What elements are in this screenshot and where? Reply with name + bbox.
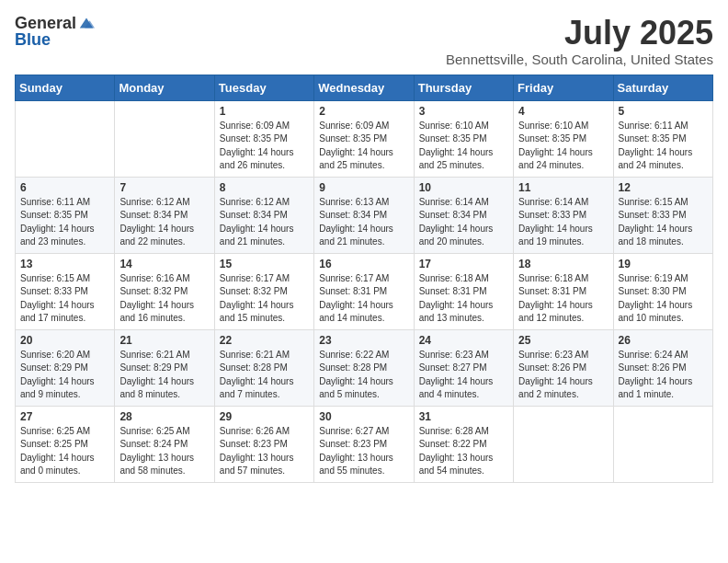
calendar-header-row: SundayMondayTuesdayWednesdayThursdayFrid…	[16, 75, 713, 100]
calendar-day: 29Sunrise: 6:26 AM Sunset: 8:23 PM Dayli…	[214, 406, 313, 482]
day-number: 15	[220, 258, 309, 270]
day-info: Sunrise: 6:09 AM Sunset: 8:35 PM Dayligh…	[319, 120, 408, 173]
calendar-day: 27Sunrise: 6:25 AM Sunset: 8:25 PM Dayli…	[16, 406, 115, 482]
calendar-day: 12Sunrise: 6:15 AM Sunset: 8:33 PM Dayli…	[613, 177, 712, 253]
day-number: 22	[220, 334, 309, 347]
day-number: 31	[419, 410, 508, 423]
calendar-day: 25Sunrise: 6:23 AM Sunset: 8:26 PM Dayli…	[514, 329, 613, 406]
day-number: 20	[20, 334, 109, 347]
day-info: Sunrise: 6:23 AM Sunset: 8:26 PM Dayligh…	[518, 349, 608, 402]
day-info: Sunrise: 6:23 AM Sunset: 8:27 PM Dayligh…	[419, 349, 508, 402]
day-number: 8	[220, 181, 309, 194]
day-info: Sunrise: 6:19 AM Sunset: 8:30 PM Dayligh…	[619, 272, 708, 326]
day-info: Sunrise: 6:22 AM Sunset: 8:28 PM Dayligh…	[319, 349, 408, 402]
day-info: Sunrise: 6:21 AM Sunset: 8:28 PM Dayligh…	[220, 349, 309, 402]
calendar-day: 3Sunrise: 6:10 AM Sunset: 8:35 PM Daylig…	[414, 100, 513, 177]
day-info: Sunrise: 6:27 AM Sunset: 8:23 PM Dayligh…	[319, 425, 408, 478]
title-block: July 2025 Bennettsville, South Carolina,…	[446, 15, 713, 67]
logo-general-text: General	[15, 15, 76, 31]
day-info: Sunrise: 6:09 AM Sunset: 8:35 PM Dayligh…	[220, 120, 309, 173]
day-number: 24	[419, 334, 508, 347]
day-number: 19	[619, 258, 708, 270]
day-info: Sunrise: 6:14 AM Sunset: 8:34 PM Dayligh…	[419, 196, 508, 249]
day-info: Sunrise: 6:18 AM Sunset: 8:31 PM Dayligh…	[419, 272, 508, 326]
day-number: 25	[518, 334, 608, 347]
location-text: Bennettsville, South Carolina, United St…	[446, 52, 713, 67]
calendar-day: 23Sunrise: 6:22 AM Sunset: 8:28 PM Dayli…	[314, 329, 414, 406]
calendar-day: 20Sunrise: 6:20 AM Sunset: 8:29 PM Dayli…	[16, 329, 115, 406]
calendar-week-1: 1Sunrise: 6:09 AM Sunset: 8:35 PM Daylig…	[16, 100, 713, 177]
month-title: July 2025	[446, 15, 713, 52]
day-info: Sunrise: 6:10 AM Sunset: 8:35 PM Dayligh…	[419, 120, 508, 173]
day-info: Sunrise: 6:25 AM Sunset: 8:24 PM Dayligh…	[119, 425, 209, 478]
day-info: Sunrise: 6:13 AM Sunset: 8:34 PM Dayligh…	[319, 196, 408, 249]
calendar-day: 28Sunrise: 6:25 AM Sunset: 8:24 PM Dayli…	[115, 406, 214, 482]
day-info: Sunrise: 6:20 AM Sunset: 8:29 PM Dayligh…	[20, 349, 109, 402]
day-info: Sunrise: 6:25 AM Sunset: 8:25 PM Dayligh…	[20, 425, 109, 478]
calendar-day: 8Sunrise: 6:12 AM Sunset: 8:34 PM Daylig…	[214, 177, 313, 253]
calendar-day: 4Sunrise: 6:10 AM Sunset: 8:35 PM Daylig…	[514, 100, 613, 177]
day-info: Sunrise: 6:12 AM Sunset: 8:34 PM Dayligh…	[220, 196, 309, 249]
calendar-day: 24Sunrise: 6:23 AM Sunset: 8:27 PM Dayli…	[414, 329, 513, 406]
weekday-header-friday: Friday	[514, 75, 613, 100]
day-number: 18	[518, 258, 608, 270]
weekday-header-wednesday: Wednesday	[314, 75, 414, 100]
day-number: 29	[220, 410, 309, 423]
day-info: Sunrise: 6:15 AM Sunset: 8:33 PM Dayligh…	[20, 272, 109, 326]
calendar-day: 11Sunrise: 6:14 AM Sunset: 8:33 PM Dayli…	[514, 177, 613, 253]
logo-blue-text: Blue	[15, 31, 95, 48]
calendar-day: 1Sunrise: 6:09 AM Sunset: 8:35 PM Daylig…	[214, 100, 313, 177]
calendar-day: 5Sunrise: 6:11 AM Sunset: 8:35 PM Daylig…	[613, 100, 712, 177]
day-info: Sunrise: 6:14 AM Sunset: 8:33 PM Dayligh…	[518, 196, 608, 249]
calendar-week-3: 13Sunrise: 6:15 AM Sunset: 8:33 PM Dayli…	[16, 253, 713, 329]
day-number: 5	[619, 105, 708, 118]
calendar-table: SundayMondayTuesdayWednesdayThursdayFrid…	[15, 75, 713, 483]
calendar-week-2: 6Sunrise: 6:11 AM Sunset: 8:35 PM Daylig…	[16, 177, 713, 253]
day-number: 2	[319, 105, 408, 118]
day-number: 3	[419, 105, 508, 118]
logo-icon	[78, 16, 95, 30]
day-number: 7	[119, 181, 209, 194]
page-header: General Blue July 2025 Bennettsville, So…	[15, 15, 713, 67]
calendar-day	[16, 100, 115, 177]
weekday-header-thursday: Thursday	[414, 75, 513, 100]
day-info: Sunrise: 6:28 AM Sunset: 8:22 PM Dayligh…	[419, 425, 508, 478]
day-info: Sunrise: 6:11 AM Sunset: 8:35 PM Dayligh…	[20, 196, 109, 249]
calendar-day: 9Sunrise: 6:13 AM Sunset: 8:34 PM Daylig…	[314, 177, 414, 253]
day-number: 1	[220, 105, 309, 118]
calendar-day: 26Sunrise: 6:24 AM Sunset: 8:26 PM Dayli…	[613, 329, 712, 406]
weekday-header-monday: Monday	[115, 75, 214, 100]
calendar-day	[514, 406, 613, 482]
day-info: Sunrise: 6:15 AM Sunset: 8:33 PM Dayligh…	[619, 196, 708, 249]
calendar-day: 15Sunrise: 6:17 AM Sunset: 8:32 PM Dayli…	[214, 253, 313, 329]
day-number: 21	[119, 334, 209, 347]
weekday-header-saturday: Saturday	[613, 75, 712, 100]
weekday-header-sunday: Sunday	[16, 75, 115, 100]
calendar-day: 2Sunrise: 6:09 AM Sunset: 8:35 PM Daylig…	[314, 100, 414, 177]
calendar-day: 31Sunrise: 6:28 AM Sunset: 8:22 PM Dayli…	[414, 406, 513, 482]
calendar-week-5: 27Sunrise: 6:25 AM Sunset: 8:25 PM Dayli…	[16, 406, 713, 482]
calendar-day: 17Sunrise: 6:18 AM Sunset: 8:31 PM Dayli…	[414, 253, 513, 329]
calendar-day	[115, 100, 214, 177]
day-number: 14	[119, 258, 209, 270]
calendar-day: 7Sunrise: 6:12 AM Sunset: 8:34 PM Daylig…	[115, 177, 214, 253]
logo: General Blue	[15, 15, 95, 48]
day-info: Sunrise: 6:16 AM Sunset: 8:32 PM Dayligh…	[119, 272, 209, 326]
calendar-day: 6Sunrise: 6:11 AM Sunset: 8:35 PM Daylig…	[16, 177, 115, 253]
day-number: 11	[518, 181, 608, 194]
day-number: 16	[319, 258, 408, 270]
calendar-day: 22Sunrise: 6:21 AM Sunset: 8:28 PM Dayli…	[214, 329, 313, 406]
day-number: 6	[20, 181, 109, 194]
calendar-day: 30Sunrise: 6:27 AM Sunset: 8:23 PM Dayli…	[314, 406, 414, 482]
day-number: 12	[619, 181, 708, 194]
day-info: Sunrise: 6:21 AM Sunset: 8:29 PM Dayligh…	[119, 349, 209, 402]
day-info: Sunrise: 6:24 AM Sunset: 8:26 PM Dayligh…	[619, 349, 708, 402]
day-info: Sunrise: 6:18 AM Sunset: 8:31 PM Dayligh…	[518, 272, 608, 326]
calendar-day: 10Sunrise: 6:14 AM Sunset: 8:34 PM Dayli…	[414, 177, 513, 253]
calendar-day	[613, 406, 712, 482]
day-number: 26	[619, 334, 708, 347]
day-number: 4	[518, 105, 608, 118]
day-number: 9	[319, 181, 408, 194]
day-number: 27	[20, 410, 109, 423]
day-info: Sunrise: 6:11 AM Sunset: 8:35 PM Dayligh…	[619, 120, 708, 173]
